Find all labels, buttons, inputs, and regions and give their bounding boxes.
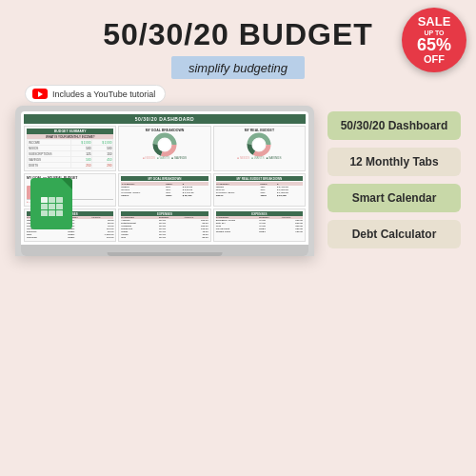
expenses-table3: CATEGORYBUDGETACTUAL Emergency FundsSAVE… <box>216 216 303 233</box>
goal-donut-legend: ■ NEEDS ■ WANTS ■ SAVINGS <box>121 156 208 160</box>
feature-list: 50/30/20 Dashboard 12 Monthly Tabs Smart… <box>327 92 461 248</box>
feature-item-monthly: 12 Monthly Tabs <box>327 148 461 176</box>
real-budget-breakdown-table: CATEGORYPERC.$ NEEDS48%$ 5,440.00 WANTS3… <box>216 182 303 197</box>
main-title: 50/30/20 BUDGET <box>10 17 466 52</box>
goal-breakdown-cell: MY GOAL BREAKDOWN ■ NEEDS <box>118 126 210 171</box>
real-table-cell: MY REAL BUDGET BREAKDOWN CATEGORYPERC.$ … <box>213 173 306 207</box>
subtitle-bar: simplify budgeting <box>171 56 305 79</box>
laptop-wrap: Includes a YouTube tutorial 50/30/20 DAS… <box>15 92 314 256</box>
youtube-badge: Includes a YouTube tutorial <box>25 85 166 103</box>
sale-label: SALE <box>418 15 451 29</box>
goal-donut-wrap <box>121 133 208 156</box>
real-budget-cell: MY REAL BUDGET ■ NEEDS <box>213 126 306 171</box>
sheets-grid <box>41 197 63 216</box>
svg-point-3 <box>159 139 170 150</box>
real-donut-legend: ■ NEEDS ■ WANTS ■ SAVINGS <box>216 156 303 160</box>
expenses-table2: CATEGORYBUDGETACTUAL AmazonWANT200.00 En… <box>121 216 208 239</box>
real-table-header: MY REAL BUDGET BREAKDOWN <box>216 176 303 181</box>
sale-badge: SALE UP TO 65% OFF <box>402 8 466 72</box>
goal-table-header: MY GOAL BREAKDOWN <box>121 176 208 181</box>
laptop-base <box>21 245 308 256</box>
feature-item-calendar: Smart Calendar <box>327 184 461 212</box>
feature-item-debt: Debt Calculator <box>327 220 461 248</box>
goal-breakdown-table: CATEGORYPERC.$ NEEDS50%$ 5,00.00 WANTS30… <box>121 182 208 197</box>
ss-dashboard-title: 50/30/20 DASHBOARD <box>24 114 306 124</box>
expenses-col2: EXPENSES CATEGORYBUDGETACTUAL AmazonWANT… <box>118 208 210 242</box>
ss-top-grid: BUDGET SUMMARY WHAT IS YOUR MONTHLY INCO… <box>24 126 306 171</box>
budget-summary-cell: BUDGET SUMMARY WHAT IS YOUR MONTHLY INCO… <box>24 126 116 171</box>
real-donut-wrap <box>216 133 303 156</box>
sale-percent: 65% <box>417 36 451 53</box>
sheets-icon-wrap <box>30 178 72 229</box>
expenses-col3: EXPENSES CATEGORYBUDGETACTUAL Emergency … <box>213 208 306 242</box>
play-icon <box>38 91 43 97</box>
budget-table: INCOME$ 2,000$ 2,000 NEEDS500500 SUBSCRI… <box>27 139 113 169</box>
subtitle-text: simplify budgeting <box>188 61 288 75</box>
sheets-icon <box>30 178 72 229</box>
feature-item-dashboard: 50/30/20 Dashboard <box>327 111 461 140</box>
youtube-label: Includes a YouTube tutorial <box>52 89 155 99</box>
svg-point-7 <box>253 139 265 150</box>
sale-off: OFF <box>424 53 445 65</box>
goal-table-cell: MY GOAL BREAKDOWN CATEGORYPERC.$ NEEDS50… <box>118 173 210 207</box>
content-area: Includes a YouTube tutorial 50/30/20 DAS… <box>0 83 476 256</box>
youtube-icon <box>32 89 48 99</box>
